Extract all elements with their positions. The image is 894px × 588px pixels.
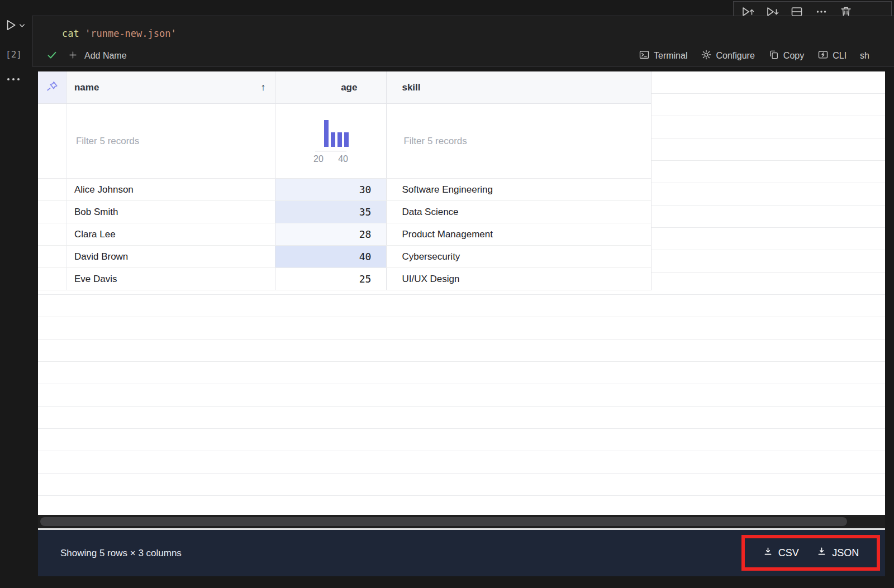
code-argument: 'runme-new.json' [85, 28, 177, 39]
grid-header-row: name ↑ age skill [38, 71, 651, 104]
row-marker-cell[interactable] [38, 268, 67, 290]
histogram-axis [315, 151, 346, 151]
row-marker-cell[interactable] [38, 223, 67, 245]
histogram-tick-low: 20 [313, 154, 324, 164]
annotation-highlight-box: CSV JSON [741, 535, 880, 571]
age-cell[interactable]: 30 [275, 179, 387, 200]
export-csv-button[interactable]: CSV [763, 546, 799, 560]
age-cell[interactable]: 35 [275, 201, 387, 223]
name-cell[interactable]: Alice Johnson [67, 179, 275, 200]
histogram-bar [337, 132, 342, 147]
play-icon [3, 18, 18, 35]
skill-filter-input[interactable]: Filter 5 records [387, 104, 651, 178]
download-icon [763, 546, 773, 560]
execution-count: [2] [6, 49, 22, 60]
age-cell[interactable]: 25 [275, 268, 387, 290]
skill-cell[interactable]: UI/UX Design [387, 268, 651, 290]
row-marker-cell[interactable] [38, 201, 67, 223]
pushpin-icon [44, 78, 60, 96]
table-row[interactable]: Alice Johnson30Software Engineering [38, 179, 651, 201]
grid-filter-row: Filter 5 records 20 40 Filter 5 records [38, 104, 651, 179]
notebook-cell-page: [2] cat 'runme-new.json' [0, 0, 894, 588]
histogram-bar [344, 132, 349, 147]
name-filter-input[interactable]: Filter 5 records [67, 104, 275, 178]
skill-cell[interactable]: Product Management [387, 223, 651, 245]
cli-button[interactable]: CLI [817, 49, 847, 63]
copy-icon [768, 49, 779, 63]
cell-more-actions-icon[interactable] [7, 78, 20, 80]
skill-cell[interactable]: Data Science [387, 201, 651, 223]
table-row[interactable]: Clara Lee28Product Management [38, 223, 651, 246]
export-json-button[interactable]: JSON [816, 546, 859, 560]
table-row[interactable]: Eve Davis25UI/UX Design [38, 268, 651, 290]
skill-cell[interactable]: Cybersecurity [387, 246, 651, 267]
sort-ascending-icon: ↑ [261, 82, 266, 93]
column-header-name[interactable]: name ↑ [67, 71, 275, 103]
terminal-button[interactable]: Terminal [639, 49, 687, 63]
skill-cell[interactable]: Software Engineering [387, 179, 651, 200]
histogram-bar [331, 132, 335, 147]
configure-button[interactable]: Configure [701, 49, 754, 63]
name-cell[interactable]: Clara Lee [67, 223, 275, 245]
terminal-icon [639, 49, 650, 63]
table-row[interactable]: David Brown40Cybersecurity [38, 246, 651, 268]
name-cell[interactable]: Bob Smith [67, 201, 275, 223]
code-cell-editor[interactable]: cat 'runme-new.json' Add Name Terminal [32, 16, 894, 66]
histogram-bar [324, 120, 329, 147]
histogram-tick-high: 40 [338, 154, 348, 164]
run-cell-button[interactable] [3, 18, 30, 34]
language-indicator[interactable]: sh [860, 51, 869, 61]
gear-icon [701, 49, 712, 63]
row-marker-cell[interactable] [38, 179, 67, 200]
scrollbar-thumb[interactable] [40, 517, 847, 526]
name-cell[interactable]: David Brown [67, 246, 275, 267]
data-grid-output: name ↑ age skill Filter 5 records [38, 71, 885, 515]
age-cell[interactable]: 28 [275, 223, 387, 245]
age-histogram: 20 40 [313, 118, 349, 164]
code-line[interactable]: cat 'runme-new.json' [62, 28, 177, 39]
code-command: cat [62, 28, 79, 39]
age-cell[interactable]: 40 [275, 246, 387, 267]
cli-icon [817, 49, 829, 63]
age-filter-cell[interactable]: 20 40 [275, 104, 387, 178]
copy-button[interactable]: Copy [768, 49, 804, 63]
table-row[interactable]: Bob Smith35Data Science [38, 201, 651, 223]
row-marker-cell[interactable] [38, 246, 67, 267]
pin-column-header[interactable] [38, 71, 67, 103]
horizontal-scrollbar[interactable] [38, 515, 885, 528]
column-header-skill[interactable]: skill [387, 71, 651, 103]
success-check-icon [46, 49, 58, 63]
grid-body: Alice Johnson30Software EngineeringBob S… [38, 179, 651, 290]
name-cell[interactable]: Eve Davis [67, 268, 275, 290]
download-icon [816, 546, 827, 560]
age-histogram-bars [321, 118, 349, 147]
add-name-button[interactable]: Add Name [84, 51, 127, 61]
column-header-age[interactable]: age [275, 71, 387, 103]
chevron-down-icon[interactable] [18, 21, 26, 32]
row-column-summary: Showing 5 rows × 3 columns [60, 548, 182, 559]
grid-status-bar: Showing 5 rows × 3 columns CSV JSON [38, 530, 885, 576]
plus-icon [68, 50, 78, 63]
